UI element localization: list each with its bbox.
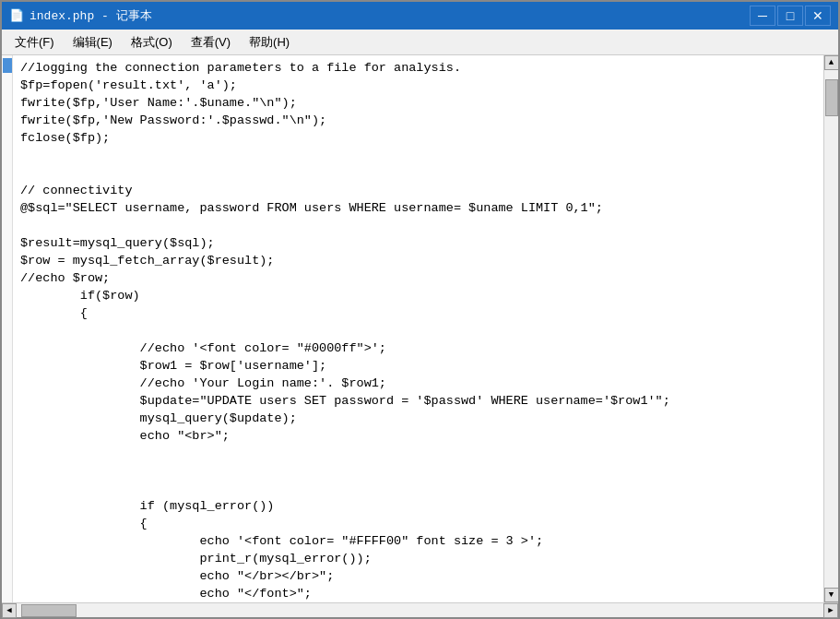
- scroll-track[interactable]: [825, 70, 838, 588]
- minimize-button[interactable]: ─: [750, 6, 775, 26]
- menu-edit[interactable]: 编辑(E): [64, 30, 122, 54]
- right-scrollbar[interactable]: ▲ ▼: [823, 55, 838, 602]
- scroll-left-button[interactable]: ◀: [2, 603, 17, 618]
- maximize-button[interactable]: □: [777, 6, 803, 26]
- menu-view[interactable]: 查看(V): [182, 30, 240, 54]
- window-title: index.php - 记事本: [30, 7, 152, 24]
- title-bar-left: 📄 index.php - 记事本: [9, 7, 152, 24]
- h-scroll-track[interactable]: [17, 604, 823, 617]
- title-bar-controls: ─ □ ✕: [750, 6, 831, 26]
- app-icon: 📄: [9, 8, 24, 23]
- menu-format[interactable]: 格式(O): [122, 30, 182, 54]
- code-editor[interactable]: //logging the connection parameters to a…: [13, 55, 823, 602]
- left-gutter: [2, 55, 13, 602]
- editor-area: //logging the connection parameters to a…: [2, 55, 838, 602]
- menu-file[interactable]: 文件(F): [6, 30, 64, 54]
- horizontal-scrollbar[interactable]: ◀ ▶: [2, 602, 838, 617]
- h-scroll-thumb[interactable]: [21, 604, 77, 617]
- menu-help[interactable]: 帮助(H): [240, 30, 299, 54]
- main-window: 📄 index.php - 记事本 ─ □ ✕ 文件(F) 编辑(E) 格式(O…: [0, 0, 840, 619]
- scroll-thumb[interactable]: [825, 79, 838, 116]
- menu-bar: 文件(F) 编辑(E) 格式(O) 查看(V) 帮助(H): [2, 30, 838, 55]
- scroll-right-button[interactable]: ▶: [823, 603, 838, 618]
- gutter-mark-1: [3, 58, 12, 73]
- title-bar: 📄 index.php - 记事本 ─ □ ✕: [2, 2, 838, 30]
- scroll-up-button[interactable]: ▲: [824, 55, 839, 70]
- close-button[interactable]: ✕: [805, 6, 831, 26]
- scroll-down-button[interactable]: ▼: [824, 588, 839, 602]
